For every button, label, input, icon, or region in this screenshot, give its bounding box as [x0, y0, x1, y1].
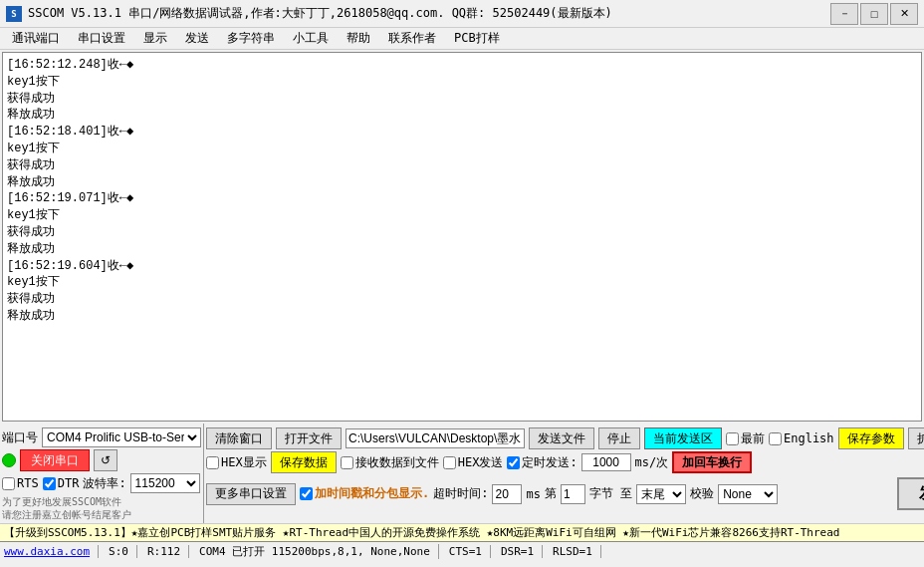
dsr: DSR=1 — [501, 545, 543, 558]
timeout-label: 超时时间: — [433, 485, 488, 502]
console-line: [16:52:19.071]收←◆ — [7, 190, 917, 207]
menu-contact[interactable]: 联系作者 — [380, 28, 444, 49]
rts-checkbox[interactable] — [2, 477, 15, 490]
console-line: 获得成功 — [7, 224, 917, 241]
rts-dtr-row: RTS DTR 波特率: 115200 — [2, 473, 201, 493]
console-line: 获得成功 — [7, 157, 917, 174]
file-path-input[interactable] — [346, 428, 525, 448]
recv-file-checkbox[interactable] — [341, 456, 353, 469]
english-checkbox[interactable] — [769, 432, 782, 445]
checksum-label: 校验 — [690, 485, 714, 502]
port-control-row: 关闭串口 ↺ — [2, 449, 201, 471]
hex-display-checkbox[interactable] — [206, 456, 219, 469]
menu-send[interactable]: 发送 — [177, 28, 217, 49]
hex-send-checkbox[interactable] — [443, 456, 456, 469]
console-line: 获得成功 — [7, 91, 917, 108]
checksum-select[interactable]: None — [718, 484, 778, 504]
last-checkbox[interactable] — [726, 432, 739, 445]
menu-help[interactable]: 帮助 — [339, 28, 378, 49]
port-select[interactable]: COM4 Prolific USB-to-Seria — [42, 427, 201, 447]
title-bar: S SSCOM V5.13.1 串口/网络数据调试器,作者:大虾丁丁,26180… — [0, 0, 924, 28]
console-line: 释放成功 — [7, 174, 917, 191]
end-select[interactable]: 末尾 — [636, 484, 686, 504]
app-icon: S — [6, 6, 22, 22]
minimize-button[interactable]: － — [830, 3, 858, 25]
save-params-button[interactable]: 保存参数 — [838, 427, 904, 449]
dtr-label[interactable]: DTR — [43, 476, 80, 490]
byte-unit: 字节 至 — [589, 485, 632, 502]
last-checkbox-label[interactable]: 最前 — [726, 430, 765, 447]
menu-port[interactable]: 通讯端口 — [4, 28, 68, 49]
website[interactable]: www.daxia.com — [4, 545, 99, 558]
cts: CTS=1 — [449, 545, 491, 558]
promo-bar: 【升级到SSCOM5.13.1】★嘉立创PCB打样SMT贴片服务 ★RT-Thr… — [0, 523, 924, 541]
console-area[interactable]: [16:52:12.248]收←◆key1按下获得成功释放成功[16:52:18… — [2, 52, 922, 422]
send-area-button[interactable]: 当前发送区 — [644, 427, 722, 449]
open-file-button[interactable]: 打开文件 — [276, 427, 342, 449]
dtr-checkbox[interactable] — [43, 477, 56, 490]
refresh-button[interactable]: ↺ — [94, 449, 117, 471]
toolbar-row3: 更多串口设置 加时间戳和分包显示. 超时时间: ms 第 字节 至 末尾 校验 … — [206, 475, 924, 512]
send-file-button[interactable]: 发送文件 — [529, 427, 594, 449]
close-button[interactable]: ✕ — [890, 3, 918, 25]
s-count: S:0 — [109, 545, 137, 558]
baud-select[interactable]: 115200 — [130, 473, 200, 493]
byte-num-input[interactable] — [561, 484, 585, 504]
interval-input[interactable] — [581, 453, 631, 471]
recv-file-label[interactable]: 接收数据到文件 — [341, 454, 439, 471]
status-bar: www.daxia.com S:0 R:112 COM4 已打开 115200b… — [0, 541, 924, 561]
hex-send-label[interactable]: HEX发送 — [443, 454, 504, 471]
menu-tools[interactable]: 小工具 — [285, 28, 337, 49]
timestamp-text: 加时间戳和分包显示. — [315, 485, 429, 502]
maximize-button[interactable]: □ — [860, 3, 888, 25]
menu-multistring[interactable]: 多字符串 — [219, 28, 283, 49]
console-line: [16:52:12.248]收←◆ — [7, 57, 917, 74]
console-line: 释放成功 — [7, 241, 917, 258]
rlsd: RLSD=1 — [553, 545, 601, 558]
toolbar-row2: HEX显示 保存数据 接收数据到文件 HEX发送 定时发送: ms/次 加回车换… — [206, 451, 924, 473]
title-left: S SSCOM V5.13.1 串口/网络数据调试器,作者:大虾丁丁,26180… — [6, 5, 612, 22]
close-port-button[interactable]: 关闭串口 — [20, 449, 90, 471]
console-line: key1按下 — [7, 74, 917, 91]
clear-window-button[interactable]: 清除窗口 — [206, 427, 272, 449]
menu-display[interactable]: 显示 — [135, 28, 175, 49]
menu-bar: 通讯端口 串口设置 显示 发送 多字符串 小工具 帮助 联系作者 PCB打样 — [0, 28, 924, 50]
bottom-panel: 端口号 COM4 Prolific USB-to-Seria 关闭串口 ↺ RT… — [0, 424, 924, 523]
timeout-unit: ms — [526, 487, 540, 501]
port-info: COM4 已打开 115200bps,8,1, None,None — [199, 544, 439, 559]
right-panel: 清除窗口 打开文件 发送文件 停止 当前发送区 最前 English 保存参数 … — [204, 424, 924, 523]
port-label: 端口号 — [2, 429, 38, 446]
title-controls: － □ ✕ — [830, 3, 918, 25]
menu-pcb[interactable]: PCB打样 — [446, 28, 508, 49]
timed-send-label[interactable]: 定时发送: — [507, 454, 577, 471]
stop-button[interactable]: 停止 — [598, 427, 640, 449]
promo-left: 为了更好地发展SSCOM软件请您注册嘉立创帐号结尾客户 — [2, 495, 201, 521]
menu-port-settings[interactable]: 串口设置 — [70, 28, 133, 49]
expand-button[interactable]: 扩展 — [908, 427, 924, 449]
send-button[interactable]: 发 送 — [897, 477, 924, 510]
console-line: 释放成功 — [7, 107, 917, 124]
english-checkbox-label[interactable]: English — [769, 431, 834, 445]
console-line: 释放成功 — [7, 308, 917, 325]
timestamp-checkbox[interactable] — [300, 487, 313, 500]
timed-send-checkbox[interactable] — [507, 456, 520, 469]
promo-text: 【升级到SSCOM5.13.1】★嘉立创PCB打样SMT贴片服务 ★RT-Thr… — [4, 526, 840, 539]
console-line: 获得成功 — [7, 291, 917, 308]
console-line: [16:52:19.604]收←◆ — [7, 258, 917, 275]
enter-exec-button[interactable]: 加回车换行 — [672, 451, 752, 473]
hex-display-label[interactable]: HEX显示 — [206, 454, 267, 471]
more-ports-button[interactable]: 更多串口设置 — [206, 483, 296, 505]
r-count: R:112 — [147, 545, 189, 558]
timeout-input[interactable] — [492, 484, 522, 504]
save-data-button[interactable]: 保存数据 — [271, 451, 337, 473]
console-line: key1按下 — [7, 141, 917, 157]
timestamp-label[interactable]: 加时间戳和分包显示. — [300, 485, 429, 502]
port-row: 端口号 COM4 Prolific USB-to-Seria — [2, 427, 201, 447]
toolbar-row1: 清除窗口 打开文件 发送文件 停止 当前发送区 最前 English 保存参数 … — [206, 427, 924, 449]
byte-label: 第 — [545, 485, 557, 502]
rts-label[interactable]: RTS — [2, 476, 39, 490]
left-panel: 端口号 COM4 Prolific USB-to-Seria 关闭串口 ↺ RT… — [0, 424, 204, 523]
interval-unit: ms/次 — [635, 454, 669, 471]
port-indicator — [2, 453, 16, 467]
console-line: key1按下 — [7, 274, 917, 291]
